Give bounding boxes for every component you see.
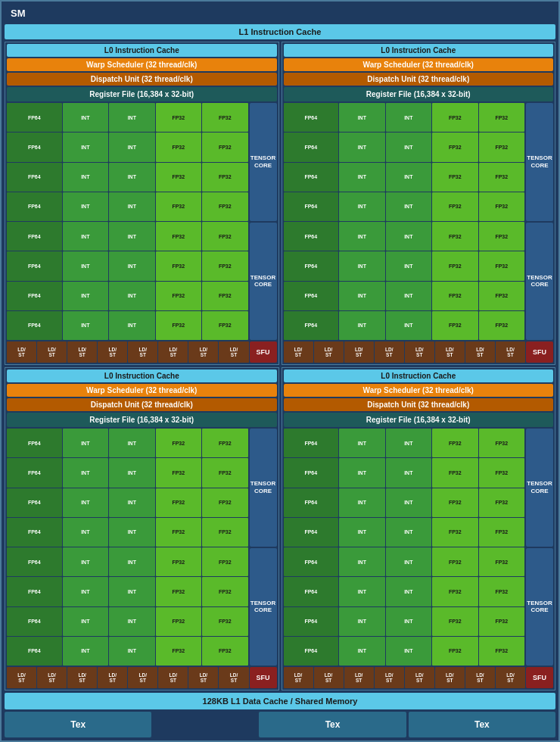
int-cell: INT <box>386 251 431 280</box>
int-cell: INT <box>386 547 431 576</box>
alu-row: FP64 INT INT FP32 FP32 <box>7 103 248 132</box>
fp32-cell: FP32 <box>432 311 478 340</box>
tensor-core-1-q4: TENSOR CORE <box>526 429 553 547</box>
fp64-cell: FP64 <box>7 458 62 487</box>
int-cell: INT <box>386 577 431 606</box>
fp64-cell: FP64 <box>284 222 339 251</box>
int-cell: INT <box>386 429 431 457</box>
compute-area-q3: FP64 INT INT FP32 FP32 FP64 INT INT FP32… <box>7 429 277 666</box>
alu-grid-q2: FP64 INT INT FP32 FP32 FP64 INT INT FP32… <box>284 103 525 340</box>
fp32-cell: FP32 <box>156 222 201 251</box>
warp-scheduler-q1: Warp Scheduler (32 thread/clk) <box>7 58 277 71</box>
ld-st-cell: LD/ST <box>128 667 157 688</box>
alu-row: FP64 INT INT FP32 FP32 <box>284 163 525 192</box>
fp64-cell: FP64 <box>7 429 62 457</box>
ld-st-area-q1: LD/ST LD/ST LD/ST LD/ST LD/ST LD/ST LD/S… <box>7 341 249 363</box>
fp32-cell: FP32 <box>156 547 201 576</box>
fp32-cell: FP32 <box>202 222 247 251</box>
l0-cache-q1: L0 Instruction Cache <box>7 44 277 57</box>
ld-st-cell: LD/ST <box>67 667 97 688</box>
fp64-cell: FP64 <box>284 607 339 636</box>
int-cell: INT <box>386 103 431 132</box>
int-cell: INT <box>63 458 108 487</box>
int-cell: INT <box>109 282 154 310</box>
l1-instruction-cache: L1 Instruction Cache <box>5 24 555 39</box>
fp64-cell: FP64 <box>7 311 62 340</box>
alu-row: FP64 INT INT FP32 FP32 <box>284 518 525 547</box>
compute-area-q4: FP64 INT INT FP32 FP32 FP64 INT INT FP32… <box>284 429 554 666</box>
alu-row: FP64 INT INT FP32 FP32 <box>7 637 248 666</box>
bottom-row-q2: LD/ST LD/ST LD/ST LD/ST LD/ST LD/ST LD/S… <box>284 341 554 363</box>
int-cell: INT <box>386 607 431 636</box>
int-cell: INT <box>109 577 154 606</box>
fp64-cell: FP64 <box>7 547 62 576</box>
tensor-core-2-q2: TENSOR CORE <box>526 223 553 341</box>
int-cell: INT <box>109 103 154 132</box>
fp64-cell: FP64 <box>284 488 339 517</box>
fp32-cell: FP32 <box>156 607 201 636</box>
int-cell: INT <box>339 637 384 666</box>
ld-st-cell: LD/ST <box>405 341 434 363</box>
warp-scheduler-q2: Warp Scheduler (32 thread/clk) <box>284 58 554 71</box>
alu-row: FP64 INT INT FP32 FP32 <box>7 192 248 221</box>
int-cell: INT <box>339 577 384 606</box>
alu-row: FP64 INT INT FP32 FP32 <box>7 163 248 192</box>
sfu-q3: SFU <box>250 667 277 688</box>
alu-row: FP64 INT INT FP32 FP32 <box>7 547 248 576</box>
fp32-cell: FP32 <box>479 282 524 310</box>
fp32-cell: FP32 <box>479 488 524 517</box>
register-file-q4: Register File (16,384 x 32-bit) <box>284 413 554 427</box>
int-cell: INT <box>386 637 431 666</box>
int-cell: INT <box>339 458 384 487</box>
tex-cell-2: Tex <box>259 712 406 737</box>
warp-scheduler-q3: Warp Scheduler (32 thread/clk) <box>7 384 277 397</box>
fp32-cell: FP32 <box>479 577 524 606</box>
fp32-cell: FP32 <box>479 429 524 457</box>
ld-st-cell: LD/ST <box>435 667 465 688</box>
fp64-cell: FP64 <box>284 103 339 132</box>
int-cell: INT <box>109 163 154 192</box>
tex-cell-3: Tex <box>409 712 555 737</box>
fp64-cell: FP64 <box>7 222 62 251</box>
ld-st-cell: LD/ST <box>219 341 248 363</box>
ld-st-cell: LD/ST <box>37 341 67 363</box>
fp32-cell: FP32 <box>432 429 478 457</box>
fp32-cell: FP32 <box>432 222 478 251</box>
ld-st-cell: LD/ST <box>344 667 374 688</box>
int-cell: INT <box>63 547 108 576</box>
alu-row: FP64 INT INT FP32 FP32 <box>7 488 248 517</box>
alu-grid-q3: FP64 INT INT FP32 FP32 FP64 INT INT FP32… <box>7 429 248 666</box>
int-cell: INT <box>63 103 108 132</box>
fp32-cell: FP32 <box>432 103 478 132</box>
fp32-cell: FP32 <box>156 251 201 280</box>
int-cell: INT <box>63 518 108 547</box>
alu-row: FP64 INT INT FP32 FP32 <box>284 192 525 221</box>
alu-row: FP64 INT INT FP32 FP32 <box>7 282 248 310</box>
fp32-cell: FP32 <box>202 488 247 517</box>
int-cell: INT <box>386 518 431 547</box>
int-cell: INT <box>109 607 154 636</box>
alu-row: FP64 INT INT FP32 FP32 <box>284 251 525 280</box>
int-cell: INT <box>339 547 384 576</box>
dispatch-unit-q3: Dispatch Unit (32 thread/clk) <box>7 398 277 411</box>
tensor-core-2-q1: TENSOR CORE <box>250 223 277 341</box>
fp64-cell: FP64 <box>284 282 339 310</box>
int-cell: INT <box>339 607 384 636</box>
fp64-cell: FP64 <box>7 518 62 547</box>
tensor-core-area-q1: TENSOR CORE TENSOR CORE <box>250 103 277 340</box>
fp32-cell: FP32 <box>432 132 478 161</box>
ld-st-cell: LD/ST <box>314 341 344 363</box>
alu-row: FP64 INT INT FP32 FP32 <box>7 222 248 251</box>
alu-row: FP64 INT INT FP32 FP32 <box>284 132 525 161</box>
fp32-cell: FP32 <box>479 103 524 132</box>
fp32-cell: FP32 <box>202 607 247 636</box>
alu-row: FP64 INT INT FP32 FP32 <box>284 637 525 666</box>
int-cell: INT <box>63 222 108 251</box>
fp64-cell: FP64 <box>284 132 339 161</box>
fp64-cell: FP64 <box>7 192 62 221</box>
fp32-cell: FP32 <box>479 222 524 251</box>
ld-st-cell: LD/ST <box>435 341 465 363</box>
int-cell: INT <box>109 518 154 547</box>
alu-row: FP64 INT INT FP32 FP32 <box>284 429 525 457</box>
alu-row: FP64 INT INT FP32 FP32 <box>7 311 248 340</box>
